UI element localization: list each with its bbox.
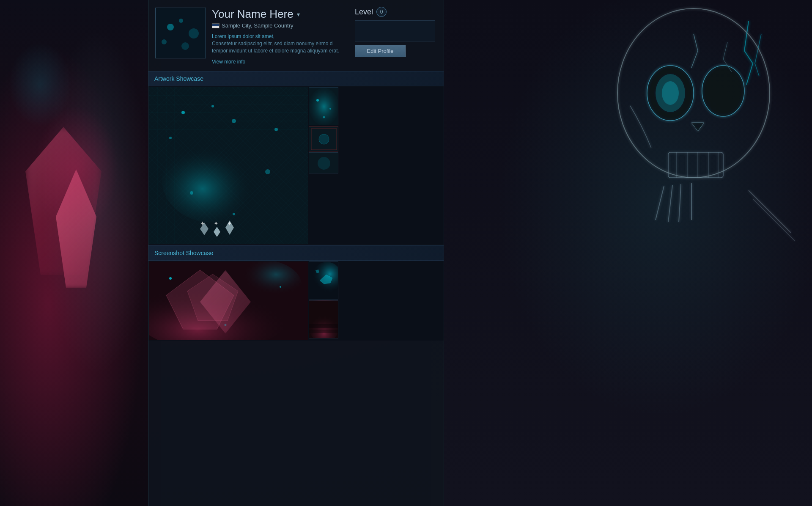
profile-section: Your Name Here ▾ Sample City, Sample Cou… xyxy=(148,0,444,71)
user-name: Your Name Here xyxy=(212,8,294,21)
svg-rect-60 xyxy=(309,324,338,328)
artwork-main-image[interactable] xyxy=(149,87,308,244)
svg-point-32 xyxy=(190,191,193,195)
svg-point-4 xyxy=(662,81,679,105)
svg-marker-36 xyxy=(214,227,220,237)
screenshot-thumbnails xyxy=(309,261,338,340)
svg-marker-37 xyxy=(225,220,234,235)
bio-link[interactable]: Lorem ipsum dolor sit amet, xyxy=(212,33,274,39)
profile-info: Your Name Here ▾ Sample City, Sample Cou… xyxy=(212,8,348,65)
profile-right: Level 0 Edit Profile xyxy=(355,0,444,71)
svg-point-34 xyxy=(162,138,263,223)
svg-point-12 xyxy=(167,24,174,30)
svg-rect-61 xyxy=(309,330,338,333)
artwork-grid xyxy=(148,86,444,245)
svg-point-50 xyxy=(217,261,302,310)
name-dropdown-arrow[interactable]: ▾ xyxy=(297,11,300,18)
screenshot-showcase-section: Screenshot Showcase xyxy=(148,245,444,341)
level-label: Level xyxy=(355,8,373,16)
screenshot-thumb-2[interactable] xyxy=(309,300,338,338)
artwork-thumb-1[interactable] xyxy=(309,87,338,125)
background-left xyxy=(0,0,161,506)
bg-glow-left xyxy=(34,106,118,233)
artwork-showcase-header: Artwork Showcase xyxy=(148,71,444,86)
edit-profile-button[interactable]: Edit Profile xyxy=(355,45,406,57)
svg-point-30 xyxy=(274,128,278,131)
location-text: Sample City, Sample Country xyxy=(222,22,294,29)
profile-name-row: Your Name Here ▾ xyxy=(212,8,348,21)
svg-point-53 xyxy=(169,277,172,280)
svg-point-40 xyxy=(316,99,319,102)
screenshot-showcase-header: Screenshot Showcase xyxy=(148,245,444,261)
artwork-thumb-3[interactable] xyxy=(309,152,338,173)
svg-rect-17 xyxy=(149,87,308,244)
svg-point-14 xyxy=(189,28,199,38)
artwork-showcase-title: Artwork Showcase xyxy=(154,75,203,82)
svg-point-41 xyxy=(329,108,331,110)
svg-point-15 xyxy=(162,39,167,44)
svg-point-28 xyxy=(232,119,236,123)
level-header: Level 0 xyxy=(355,7,387,17)
level-badge: 0 xyxy=(376,7,387,17)
svg-point-27 xyxy=(211,105,214,107)
svg-point-26 xyxy=(181,111,185,114)
flag-icon xyxy=(212,23,219,28)
artwork-thumbnails xyxy=(309,87,338,244)
screenshot-grid xyxy=(148,261,444,341)
profile-location: Sample City, Sample Country xyxy=(212,22,348,29)
avatar-image xyxy=(156,8,206,58)
svg-point-29 xyxy=(169,137,172,139)
svg-marker-35 xyxy=(200,223,208,235)
screenshot-thumb-1[interactable] xyxy=(309,261,338,300)
svg-point-39 xyxy=(309,88,338,125)
svg-point-55 xyxy=(225,324,227,326)
background-right xyxy=(431,0,812,506)
level-value: 0 xyxy=(380,9,383,15)
svg-point-31 xyxy=(265,169,270,174)
profile-bio: Lorem ipsum dolor sit amet, Consetetur s… xyxy=(212,33,348,54)
svg-point-54 xyxy=(280,286,281,288)
profile-left: Your Name Here ▾ Sample City, Sample Cou… xyxy=(148,0,355,71)
svg-point-33 xyxy=(233,213,235,215)
bio-text: Consetetur sadipscing elitr, sed diam no… xyxy=(212,41,339,54)
avatar xyxy=(155,8,206,58)
artwork-thumb-2[interactable] xyxy=(309,126,338,151)
bg-glow-teal xyxy=(8,42,72,127)
svg-point-45 xyxy=(319,134,329,144)
level-progress-bar xyxy=(355,20,435,41)
center-panel: Your Name Here ▾ Sample City, Sample Cou… xyxy=(148,0,444,506)
screenshot-main-image[interactable] xyxy=(149,261,308,340)
svg-point-13 xyxy=(179,19,183,23)
artwork-showcase-section: Artwork Showcase xyxy=(148,71,444,245)
skull-artwork xyxy=(516,0,812,275)
screenshot-showcase-title: Screenshot Showcase xyxy=(154,250,213,256)
svg-point-42 xyxy=(323,116,325,118)
svg-point-16 xyxy=(181,42,189,50)
view-more-link[interactable]: View more info xyxy=(212,59,245,65)
svg-point-2 xyxy=(702,66,744,116)
svg-point-47 xyxy=(318,157,330,170)
